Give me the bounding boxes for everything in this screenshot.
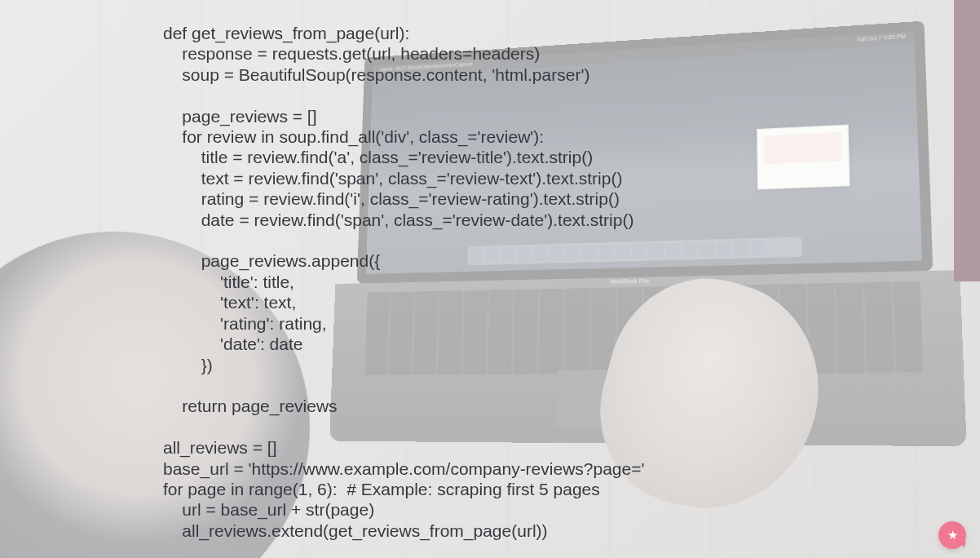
- python-code-snippet: def get_reviews_from_page(url): response…: [163, 23, 644, 541]
- article-content-panel: def get_reviews_from_page(url): response…: [0, 0, 929, 558]
- star-icon: ★: [947, 528, 958, 542]
- floating-action-button[interactable]: ★: [938, 521, 966, 549]
- right-sidebar-strip: [954, 0, 980, 281]
